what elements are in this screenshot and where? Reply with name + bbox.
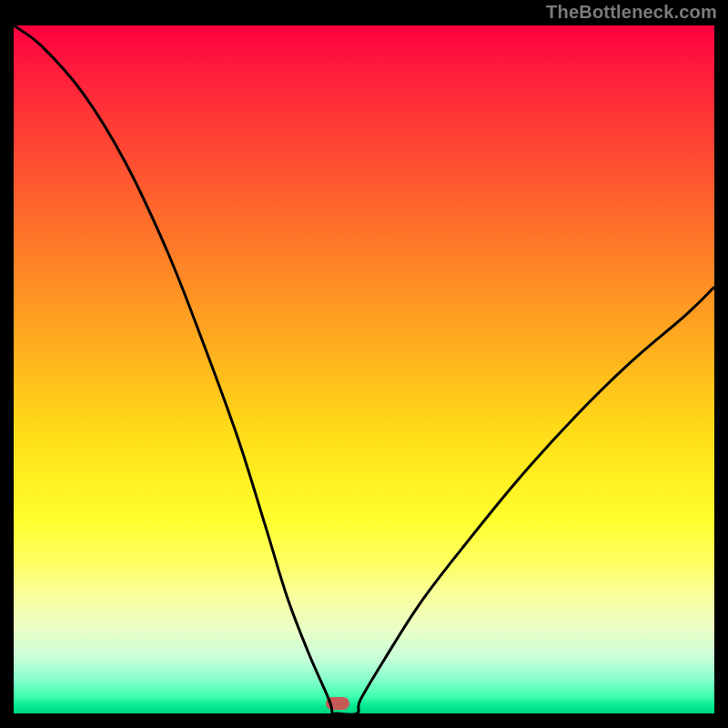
bottleneck-curve-path — [14, 25, 714, 713]
chart-frame: TheBottleneck.com — [0, 0, 728, 728]
bottleneck-curve — [14, 25, 714, 713]
plot-area — [14, 25, 714, 713]
watermark-label: TheBottleneck.com — [546, 2, 717, 23]
